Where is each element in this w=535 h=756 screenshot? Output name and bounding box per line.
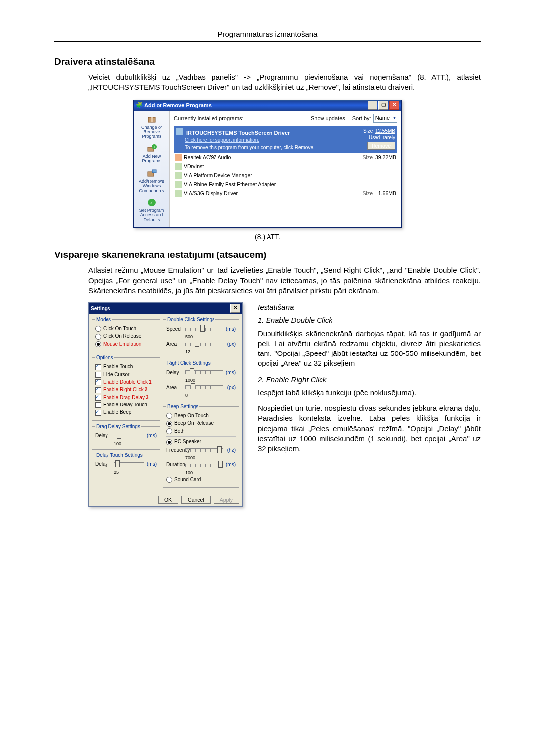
- device-icon: [175, 172, 182, 179]
- frequency-slider[interactable]: Frequency (hz): [166, 447, 236, 454]
- add-remove-window: 🧩 Add or Remove Programs _ ▢ ✕ Change or…: [133, 100, 402, 228]
- remove-button[interactable]: Remove: [367, 142, 395, 150]
- apply-button[interactable]: Apply: [214, 496, 239, 504]
- iestat-heading: Iestatīšana: [258, 302, 481, 312]
- item1-body: Dubultklikšķis skārienekrānā darbojas tā…: [258, 329, 481, 369]
- sidebar-add-new[interactable]: + Add New Programs: [135, 142, 168, 167]
- delay-touch-group: Delay Touch Settings Delay (ms) 25: [92, 453, 160, 478]
- radio-pc-speaker[interactable]: [166, 439, 172, 445]
- program-row[interactable]: VIA/S3G Display Driver Size 1.66MB: [174, 189, 397, 198]
- sidebar-item-label: Add/Remove Windows Components: [139, 179, 164, 193]
- close-icon[interactable]: ✕: [389, 101, 399, 110]
- close-icon[interactable]: ✕: [230, 304, 240, 313]
- check-enable-beep[interactable]: [95, 410, 101, 416]
- slider-label: Delay: [95, 461, 114, 467]
- speed-slider[interactable]: Speed (ms): [166, 325, 236, 332]
- rc-delay-slider[interactable]: Delay (ms): [166, 369, 236, 376]
- svg-text:✓: ✓: [150, 200, 154, 205]
- duration-slider[interactable]: Duration (ms): [166, 461, 236, 468]
- selected-program[interactable]: Size 12.55MB Used rarely Remove IRTOUCHS…: [174, 126, 397, 153]
- item2-body1: Iespējot labā klikšķa funkciju (pēc nokl…: [258, 388, 481, 398]
- svg-rect-9: [176, 128, 183, 135]
- svg-text:+: +: [153, 145, 156, 149]
- section1-title: Draivera atinstalēšana: [54, 56, 481, 67]
- option-label: Enable Touch: [103, 364, 133, 369]
- window-titlebar: 🧩 Add or Remove Programs _ ▢ ✕: [134, 100, 401, 111]
- group-legend: Beep Settings: [166, 404, 199, 409]
- slider-unit: (px): [223, 341, 236, 347]
- slider-label: Delay: [166, 370, 185, 375]
- svg-rect-13: [175, 181, 182, 188]
- sidebar-change-remove[interactable]: Change or Remove Programs: [135, 113, 168, 142]
- radio-beep-on-release[interactable]: [166, 421, 172, 427]
- program-name: VIA Platform Device Manager: [184, 172, 252, 178]
- package-icon: [146, 114, 157, 124]
- sidebar-set-access[interactable]: ✓ Set Program Access and Defaults: [135, 196, 168, 225]
- slider-value: 25: [114, 470, 157, 475]
- slider-unit: (px): [223, 385, 236, 390]
- sidebar-item-label: Add New Programs: [142, 154, 161, 163]
- slider-label: Frequency: [166, 447, 185, 453]
- radio-click-on-touch[interactable]: [95, 326, 101, 332]
- slider-value: 12: [185, 349, 236, 354]
- ok-button[interactable]: OK: [158, 496, 178, 504]
- radio-beep-both[interactable]: [166, 428, 172, 434]
- explanation-column: Iestatīšana 1. Enable Double Click Dubul…: [258, 302, 481, 507]
- program-row[interactable]: VIA Rhine-Family Fast Ethernet Adapter: [174, 180, 397, 189]
- option-label: Enable Double Click: [103, 379, 148, 385]
- sidebar-windows-components[interactable]: Add/Remove Windows Components: [135, 167, 168, 196]
- delay-touch-slider[interactable]: Delay (ms): [95, 461, 157, 468]
- sort-by-select[interactable]: Name: [373, 114, 397, 123]
- slider-value: 1000: [185, 378, 236, 383]
- settings-titlebar: Settings ✕: [89, 303, 242, 314]
- check-enable-double-click[interactable]: [95, 379, 101, 385]
- check-hide-cursor[interactable]: [95, 372, 101, 378]
- sidebar: Change or Remove Programs + Add New Prog…: [134, 111, 170, 228]
- right-click-group: Right Click Settings Delay (ms) 1000 Are…: [163, 360, 239, 401]
- radio-mouse-emulation[interactable]: [95, 341, 101, 347]
- program-row[interactable]: VDrvInst: [174, 162, 397, 171]
- show-updates-checkbox[interactable]: [303, 115, 309, 121]
- radio-beep-on-touch[interactable]: [166, 413, 172, 419]
- minimize-icon[interactable]: _: [368, 101, 377, 110]
- item2-body2: Nospiediet un turiet nospiestu divas sek…: [258, 403, 481, 454]
- option-label: Beep On Touch: [174, 413, 209, 418]
- bottom-rule: [54, 527, 481, 527]
- check-enable-delay-touch[interactable]: [95, 402, 101, 408]
- option-label: Enable Drag Delay: [103, 395, 145, 400]
- program-name: VDrvInst: [184, 163, 204, 169]
- svg-rect-6: [152, 170, 156, 173]
- check-enable-drag-delay[interactable]: [95, 395, 101, 401]
- used-label: Used: [369, 135, 380, 140]
- maximize-icon[interactable]: ▢: [378, 101, 388, 110]
- cancel-button[interactable]: Cancel: [181, 496, 211, 504]
- slider-label: Duration: [166, 462, 185, 467]
- program-row[interactable]: Realtek AC'97 Audio Size 39.22MB: [174, 153, 397, 162]
- settings-dialog: Settings ✕ Modes Click On Touch Click On…: [88, 302, 243, 507]
- program-row[interactable]: VIA Platform Device Manager: [174, 171, 397, 180]
- drag-delay-slider[interactable]: Delay (ms): [95, 432, 157, 439]
- program-list-pane: Currently installed programs: Show updat…: [170, 111, 401, 228]
- radio-sound-card[interactable]: [166, 477, 172, 483]
- selected-program-name: IRTOUCHSYSTEMS TouchScreen Driver: [186, 130, 290, 136]
- size-value: 39.22MB: [373, 154, 396, 160]
- check-enable-touch[interactable]: [95, 364, 101, 370]
- area-slider[interactable]: Area (px): [166, 340, 236, 347]
- group-legend: Modes: [95, 317, 112, 322]
- slider-unit: (ms): [144, 461, 157, 467]
- option-label: Sound Card: [174, 477, 201, 482]
- display-icon: [175, 190, 182, 197]
- option-label: Mouse Emulation: [103, 341, 141, 347]
- option-label: PC Speaker: [174, 439, 201, 444]
- svg-rect-14: [175, 190, 182, 197]
- size-label: Size: [360, 154, 373, 160]
- check-enable-right-click[interactable]: [95, 387, 101, 393]
- callout-number: 1: [149, 379, 152, 385]
- section1-body: Veiciet dubultklikšķi uz „Vadības paneli…: [88, 72, 481, 93]
- drag-delay-group: Drag Delay Settings Delay (ms) 100: [92, 424, 160, 450]
- support-link[interactable]: Click here for support information.: [185, 137, 259, 143]
- options-group: Options Enable Touch Hide Cursor Enable …: [92, 355, 160, 421]
- radio-click-on-release[interactable]: [95, 334, 101, 340]
- rc-area-slider[interactable]: Area (px): [166, 384, 236, 391]
- section2-title: Vispārējie skārienekrāna iestatījumi (at…: [54, 250, 481, 260]
